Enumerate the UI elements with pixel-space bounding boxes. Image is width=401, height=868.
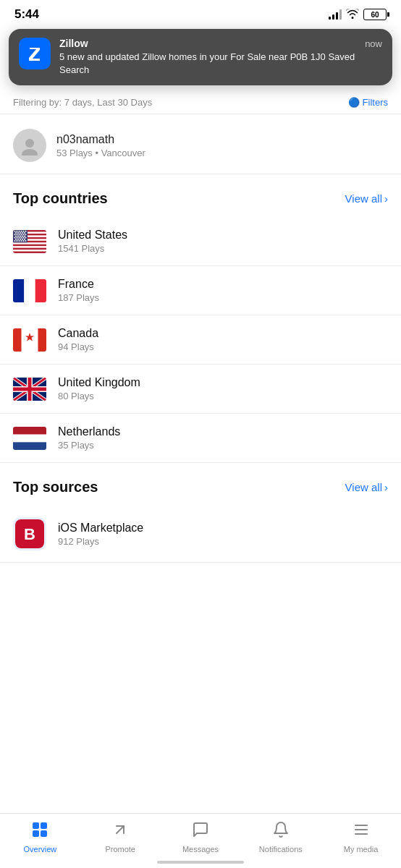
flag-us	[13, 230, 46, 253]
svg-rect-50	[13, 279, 24, 302]
svg-rect-7	[13, 242, 46, 244]
svg-rect-65	[33, 830, 39, 837]
tab-promote-label: Promote	[105, 845, 135, 854]
tab-promote[interactable]: Promote	[80, 821, 161, 854]
country-item-fr: France 187 Plays	[0, 266, 401, 315]
home-indicator	[157, 861, 244, 864]
profile-section: n03namath 53 Plays • Vancouver	[0, 114, 401, 174]
source-item-ios: B iOS Marketplace 912 Plays	[0, 506, 401, 563]
notification-content: Zillow now 5 new and updated Zillow home…	[59, 38, 382, 77]
flag-ca	[13, 328, 46, 352]
top-sources-section: Top sources View all › B iOS Marketplace…	[0, 463, 401, 563]
battery-icon: 60	[363, 9, 387, 20]
country-info-us: United States 1541 Plays	[58, 229, 388, 254]
tab-my-media-label: My media	[344, 845, 379, 854]
tab-overview-label: Overview	[23, 845, 56, 854]
profile-avatar	[13, 129, 46, 162]
svg-rect-9	[13, 250, 46, 251]
flag-nl	[13, 427, 46, 450]
svg-point-31	[22, 235, 23, 237]
svg-point-27	[25, 234, 27, 235]
source-info-ios: iOS Marketplace 912 Plays	[58, 522, 143, 547]
tab-bar: Overview Promote Messages Notifications	[0, 813, 401, 868]
country-plays-fr: 187 Plays	[58, 292, 388, 303]
svg-point-25	[21, 234, 22, 235]
country-info-nl: Netherlands 35 Plays	[58, 425, 388, 451]
svg-point-48	[23, 240, 25, 242]
filter-bar: Filtering by: 7 days, Last 30 Days 🔵 Fil…	[0, 91, 401, 114]
svg-point-30	[20, 235, 21, 237]
svg-point-32	[24, 235, 25, 237]
svg-point-22	[14, 234, 16, 235]
svg-rect-59	[13, 442, 46, 450]
svg-point-19	[20, 232, 21, 234]
svg-point-49	[25, 240, 27, 242]
svg-rect-64	[41, 822, 47, 829]
tab-my-media[interactable]: My media	[321, 821, 401, 854]
svg-point-15	[23, 231, 25, 232]
svg-point-39	[15, 239, 17, 240]
svg-point-35	[19, 237, 20, 238]
svg-rect-57	[13, 427, 46, 435]
notif-time: now	[365, 38, 382, 49]
svg-point-37	[23, 237, 25, 238]
svg-point-20	[22, 232, 23, 234]
my-media-icon	[353, 821, 370, 843]
top-sources-view-all[interactable]: View all ›	[345, 481, 388, 493]
overview-icon	[31, 821, 48, 843]
tab-overview[interactable]: Overview	[0, 821, 80, 854]
status-icons: 60	[329, 9, 387, 21]
top-countries-view-all[interactable]: View all ›	[345, 192, 388, 205]
svg-rect-58	[13, 435, 46, 443]
svg-text:B: B	[24, 525, 35, 543]
flag-fr	[13, 279, 46, 302]
promote-icon	[111, 821, 129, 843]
zillow-icon	[19, 38, 51, 69]
country-plays-ca: 94 Plays	[58, 341, 388, 352]
source-name-ios: iOS Marketplace	[58, 522, 143, 535]
source-plays-ios: 912 Plays	[58, 536, 143, 547]
country-item-uk: United Kingdom 80 Plays	[0, 365, 401, 414]
status-bar: 5:44 60	[0, 0, 401, 26]
flag-uk	[13, 378, 46, 401]
profile-meta: 53 Plays • Vancouver	[56, 148, 388, 158]
tab-notifications[interactable]: Notifications	[240, 821, 321, 854]
svg-rect-55	[38, 328, 47, 352]
svg-point-23	[17, 234, 18, 235]
filter-text: Filtering by: 7 days, Last 30 Days	[13, 97, 152, 108]
svg-point-38	[25, 237, 27, 238]
tab-messages-label: Messages	[182, 845, 219, 854]
svg-point-29	[17, 235, 19, 237]
svg-point-14	[21, 231, 22, 232]
country-plays-us: 1541 Plays	[58, 243, 388, 254]
svg-point-26	[23, 234, 25, 235]
filters-link[interactable]: 🔵 Filters	[348, 97, 388, 108]
wifi-icon	[346, 9, 359, 21]
profile-info: n03namath 53 Plays • Vancouver	[56, 133, 388, 158]
tab-notifications-label: Notifications	[259, 845, 303, 854]
svg-point-16	[25, 231, 27, 232]
svg-point-24	[19, 234, 20, 235]
svg-point-47	[21, 240, 22, 242]
top-countries-title: Top countries	[13, 190, 108, 207]
country-info-ca: Canada 94 Plays	[58, 327, 388, 352]
notifications-icon	[272, 821, 290, 843]
svg-point-42	[22, 239, 23, 240]
svg-rect-54	[13, 328, 22, 352]
svg-point-12	[17, 231, 18, 232]
svg-point-2	[22, 149, 38, 156]
country-item-ca: Canada 94 Plays	[0, 315, 401, 365]
svg-point-33	[14, 237, 16, 238]
tab-messages[interactable]: Messages	[161, 821, 241, 854]
country-name-us: United States	[58, 229, 388, 242]
profile-name: n03namath	[56, 133, 388, 146]
notif-message: 5 new and updated Zillow homes in your F…	[59, 51, 382, 77]
country-name-ca: Canada	[58, 327, 388, 340]
country-info-fr: France 187 Plays	[58, 278, 388, 303]
ios-marketplace-icon: B	[13, 517, 46, 550]
svg-point-34	[17, 237, 18, 238]
svg-point-40	[17, 239, 19, 240]
signal-icon	[329, 9, 342, 20]
svg-rect-63	[33, 822, 39, 829]
svg-point-21	[24, 232, 25, 234]
